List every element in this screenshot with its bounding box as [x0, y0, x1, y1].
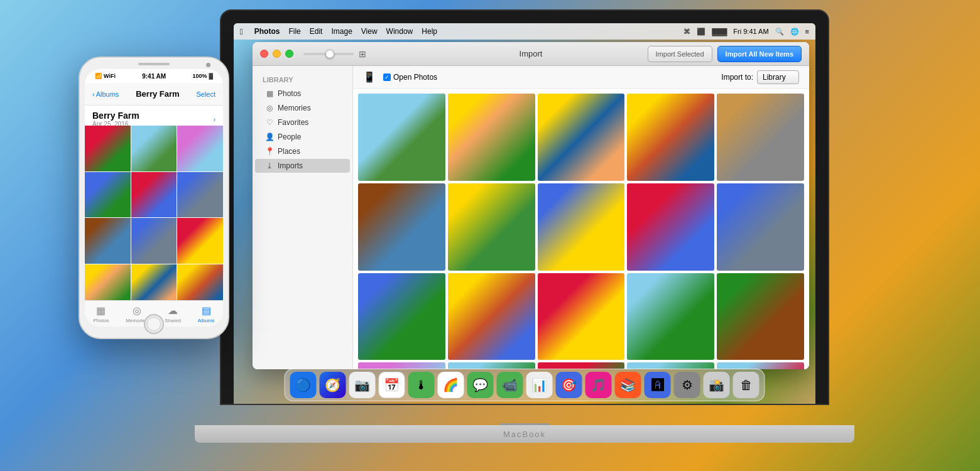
- photo-thumb-13[interactable]: [538, 273, 625, 360]
- iphone-photo-11[interactable]: [131, 264, 177, 300]
- iphone-photo-8[interactable]: [131, 218, 177, 264]
- help-menu[interactable]: Help: [422, 27, 437, 36]
- dock-numbers[interactable]: 📊: [526, 372, 553, 398]
- photos-tab-icon: ▦: [96, 305, 106, 317]
- iphone-photo-1[interactable]: [85, 126, 131, 171]
- sidebar-item-photos[interactable]: ▦ Photos: [255, 87, 350, 100]
- sidebar: Library ▦ Photos ◎ Memories ♡: [253, 66, 353, 369]
- albums-tab-icon: ▤: [202, 305, 211, 317]
- dock-keynote[interactable]: 🎯: [556, 372, 582, 398]
- sidebar-item-places[interactable]: 📍 Places: [255, 144, 350, 158]
- dock-photos[interactable]: 📷: [349, 372, 376, 398]
- sidebar-imports-label: Imports: [278, 161, 303, 170]
- photo-grid-area[interactable]: 📱 ✓ Open Photos Import to: Library: [353, 66, 809, 369]
- iphone-photo-3[interactable]: [177, 126, 223, 171]
- iphone-back-button[interactable]: ‹ Albums: [92, 90, 119, 98]
- back-chevron-icon: ‹: [92, 90, 95, 98]
- back-label: Albums: [96, 90, 119, 98]
- iphone-album-header: Berry Farm Apr 25, 2016 ›: [85, 106, 223, 126]
- iphone-photo-4[interactable]: [85, 172, 131, 218]
- dock-weather[interactable]: 🌡: [408, 372, 435, 398]
- iphone-camera: [206, 63, 210, 67]
- iphone-screen: 📶 WiFi 9:41 AM 100% ▓ ‹ Albums Berry Far…: [85, 69, 223, 327]
- sidebar-item-people[interactable]: 👤 People: [255, 130, 350, 144]
- dock-trash[interactable]: 🗑: [733, 372, 760, 398]
- iphone-home-button-inner: [147, 317, 161, 331]
- iphone-nav-bar: ‹ Albums Berry Farm Select: [85, 83, 223, 106]
- photo-thumb-12[interactable]: [448, 273, 535, 360]
- iphone-tab-albums[interactable]: ▤ Albums: [198, 305, 215, 323]
- photo-thumb-1[interactable]: [358, 94, 445, 181]
- iphone-photo-9[interactable]: [177, 218, 223, 264]
- photo-thumb-15[interactable]: [717, 273, 804, 360]
- iphone-tab-shared[interactable]: ☁ Shared: [165, 305, 181, 323]
- window-title: Import: [520, 49, 543, 58]
- dock-calendar[interactable]: 📅: [379, 372, 405, 398]
- iphone-vol-up-button[interactable]: [79, 102, 80, 119]
- iphone-power-button[interactable]: [228, 108, 229, 133]
- iphone-home-button[interactable]: [144, 314, 164, 334]
- window-menu[interactable]: Window: [386, 27, 413, 36]
- photo-thumb-8[interactable]: [538, 183, 625, 271]
- import-options-bar: 📱 ✓ Open Photos Import to: Library: [353, 66, 809, 89]
- iphone: 📶 WiFi 9:41 AM 100% ▓ ‹ Albums Berry Far…: [79, 57, 229, 339]
- albums-tab-label: Albums: [198, 318, 215, 323]
- minimize-button[interactable]: [273, 50, 281, 58]
- battery-percent: 100%: [192, 73, 207, 79]
- iphone-photo-12[interactable]: [177, 264, 223, 300]
- dock-finder[interactable]: 🔵: [290, 372, 317, 398]
- import-all-button[interactable]: Import All New Items: [717, 46, 802, 62]
- dock-systemprefs[interactable]: ⚙: [674, 372, 700, 398]
- close-button[interactable]: [260, 50, 268, 58]
- edit-menu[interactable]: Edit: [310, 27, 323, 36]
- photo-thumb-7[interactable]: [448, 183, 535, 271]
- iphone-vol-down-button[interactable]: [79, 124, 80, 142]
- apple-menu[interactable]: : [240, 27, 243, 36]
- iphone-tab-photos[interactable]: ▦ Photos: [93, 305, 109, 323]
- dock-pinwheel[interactable]: 🌈: [438, 372, 464, 398]
- dock-appstore[interactable]: 🅰: [645, 372, 671, 398]
- iphone-photo-5[interactable]: [131, 172, 177, 218]
- open-photos-checkbox[interactable]: ✓: [383, 73, 391, 81]
- photo-thumb-10[interactable]: [717, 183, 804, 271]
- import-selected-button[interactable]: Import Selected: [648, 46, 712, 62]
- iphone-speaker: [138, 63, 170, 65]
- maximize-button[interactable]: [285, 50, 293, 58]
- app-name-menu[interactable]: Photos: [254, 27, 280, 36]
- sidebar-item-memories[interactable]: ◎ Memories: [255, 101, 350, 115]
- photo-thumb-2[interactable]: [448, 94, 535, 181]
- iphone-photo-grid[interactable]: [85, 126, 223, 300]
- dock-music[interactable]: 🎵: [585, 372, 612, 398]
- dock-safari[interactable]: 🧭: [320, 372, 346, 398]
- zoom-slider[interactable]: [303, 53, 354, 55]
- iphone-photo-6[interactable]: [177, 172, 223, 218]
- photo-thumb-6[interactable]: [358, 183, 445, 271]
- iphone-photo-10[interactable]: [85, 264, 131, 300]
- wifi-icon: ⌘: [683, 28, 690, 36]
- menu-bar-left:  Photos File Edit Image View Window Hel…: [240, 27, 437, 36]
- file-menu[interactable]: File: [288, 27, 300, 36]
- iphone-select-button[interactable]: Select: [196, 90, 215, 98]
- photo-thumb-11[interactable]: [358, 273, 445, 360]
- grid-view-icon[interactable]: ⊞: [359, 49, 366, 59]
- spotlight-icon[interactable]: 🌐: [790, 28, 799, 36]
- dock-facetime[interactable]: 📹: [497, 372, 523, 398]
- image-menu[interactable]: Image: [331, 27, 352, 36]
- search-icon[interactable]: 🔍: [775, 28, 784, 36]
- iphone-photo-7[interactable]: [85, 218, 131, 264]
- photo-thumb-5[interactable]: [717, 94, 804, 181]
- dock-photobooth[interactable]: 📸: [704, 372, 730, 398]
- dock-books[interactable]: 📚: [615, 372, 641, 398]
- photo-thumb-3[interactable]: [538, 94, 625, 181]
- iphone-photo-2[interactable]: [131, 126, 177, 171]
- memories-icon: ◎: [265, 104, 274, 112]
- view-menu[interactable]: View: [361, 27, 378, 36]
- dock-messages[interactable]: 💬: [467, 372, 494, 398]
- sidebar-item-favorites[interactable]: ♡ Favorites: [255, 116, 350, 129]
- photo-thumb-4[interactable]: [627, 94, 714, 181]
- import-to-select[interactable]: Library Album: [757, 70, 799, 84]
- open-photos-checkbox-area[interactable]: ✓ Open Photos: [383, 73, 437, 82]
- photo-thumb-14[interactable]: [627, 273, 714, 360]
- sidebar-item-imports[interactable]: ⤓ Imports: [255, 159, 350, 173]
- photo-thumb-9[interactable]: [627, 183, 714, 271]
